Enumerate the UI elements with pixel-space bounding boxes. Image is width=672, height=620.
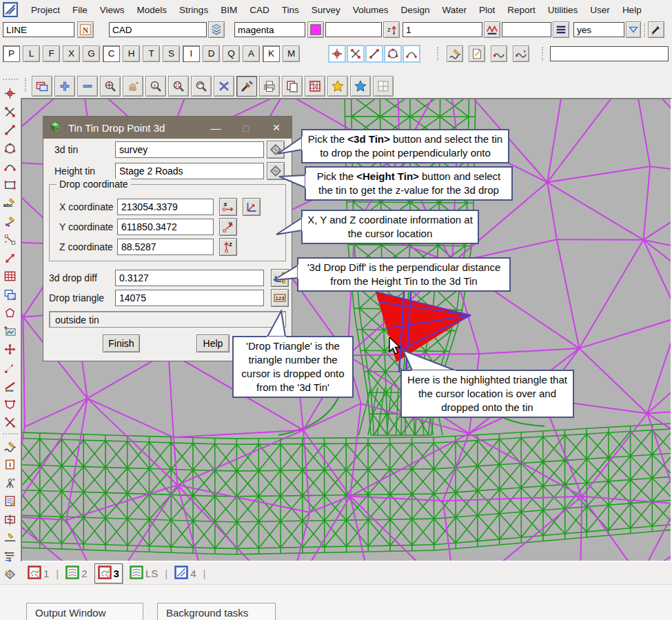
copy-view-icon[interactable] — [282, 76, 303, 97]
y-coord-icon[interactable]: y — [219, 218, 237, 236]
mode-button-x[interactable]: X — [63, 46, 80, 62]
output-window-panel[interactable]: Output Window — [26, 603, 143, 620]
polygon-shield-icon[interactable] — [2, 397, 18, 412]
add-icon[interactable] — [54, 76, 75, 97]
remove-icon[interactable] — [77, 76, 98, 97]
zoom-previous-icon[interactable] — [191, 76, 212, 97]
drop-point-icon[interactable] — [2, 360, 18, 376]
menu-item-utilities[interactable]: Utilities — [542, 5, 584, 15]
page-edit-icon[interactable] — [469, 46, 485, 62]
picker-pen-icon[interactable] — [648, 21, 664, 38]
tin3d-input[interactable] — [115, 141, 264, 158]
help-button[interactable]: Help — [196, 334, 230, 352]
x-coordinate-input[interactable] — [117, 199, 214, 215]
name-box-button[interactable]: N — [77, 21, 94, 38]
mode-button-f[interactable]: F — [43, 46, 60, 62]
mode-button-h[interactable]: H — [123, 46, 140, 62]
recent-icon[interactable] — [350, 76, 371, 97]
string-red-icon[interactable] — [491, 46, 507, 62]
menu-item-file[interactable]: File — [66, 5, 94, 15]
menu-item-strings[interactable]: Strings — [173, 5, 214, 15]
menu-item-report[interactable]: Report — [501, 5, 542, 15]
menu-item-tins[interactable]: Tins — [276, 5, 305, 15]
mode-button-l[interactable]: L — [23, 46, 40, 62]
colour-line-icon[interactable] — [2, 378, 18, 394]
measure-icon[interactable] — [2, 250, 18, 266]
colour-input[interactable] — [234, 22, 305, 37]
table-icon[interactable] — [2, 268, 18, 284]
mode-button-s[interactable]: S — [163, 46, 180, 62]
view-tab-3[interactable]: 3 — [94, 563, 123, 583]
menu-item-help[interactable]: Help — [616, 5, 648, 15]
fit-brush-icon[interactable] — [236, 76, 257, 97]
model-stack-icon[interactable] — [208, 21, 225, 38]
point-snap-icon[interactable] — [328, 45, 346, 63]
drop-triangle-input[interactable] — [115, 290, 264, 306]
text-tool-icon[interactable]: abc — [2, 195, 18, 211]
freehand-icon[interactable] — [2, 439, 18, 454]
circle-snap-icon[interactable] — [2, 141, 18, 157]
menu-item-volumes[interactable]: Volumes — [347, 5, 395, 15]
mode-button-i[interactable]: I — [183, 46, 200, 62]
translate-icon[interactable] — [2, 341, 18, 357]
zoom-icon[interactable]: ± — [145, 76, 166, 97]
mode-button-d[interactable]: D — [203, 46, 220, 62]
y-coordinate-input[interactable] — [117, 219, 214, 235]
linestyle-bars-icon[interactable] — [553, 21, 569, 38]
view-tab-ls[interactable]: LS — [127, 564, 161, 583]
height-tin-pick-button[interactable] — [267, 162, 285, 180]
model-input[interactable] — [109, 22, 207, 37]
copy-window-icon[interactable] — [2, 287, 18, 303]
new-view-icon[interactable] — [32, 76, 52, 97]
command-input[interactable] — [550, 46, 669, 61]
weight-input[interactable] — [403, 22, 482, 37]
delete-views-icon[interactable] — [214, 76, 234, 97]
height-z-icon[interactable]: z — [383, 21, 400, 38]
view-tab-4[interactable]: 4 — [172, 564, 198, 583]
string-purple-icon[interactable] — [513, 46, 529, 62]
profile-edit-icon[interactable] — [2, 530, 18, 546]
menu-item-bim[interactable]: BIM — [214, 5, 243, 15]
menu-item-user[interactable]: User — [584, 5, 616, 15]
arc-snap-icon[interactable] — [403, 45, 420, 63]
close-button[interactable]: × — [261, 121, 292, 135]
linestyle-input[interactable] — [502, 22, 551, 37]
view-tab-1[interactable]: 1 — [25, 564, 52, 583]
segment-snap-icon[interactable] — [365, 45, 383, 63]
background-tasks-panel[interactable]: Background tasks — [157, 603, 276, 620]
x-coord-icon[interactable]: x — [219, 198, 237, 216]
menu-item-design[interactable]: Design — [395, 5, 436, 15]
z-coordinate-input[interactable] — [117, 239, 214, 255]
rectangle-tool-icon[interactable] — [2, 177, 18, 193]
project-menu-icon[interactable] — [305, 76, 325, 97]
image-insert-icon[interactable] — [2, 323, 18, 339]
mode-button-q[interactable]: Q — [223, 46, 240, 62]
template-list-icon[interactable] — [2, 548, 18, 564]
point-snap-icon[interactable] — [2, 86, 18, 101]
favourites-icon[interactable] — [327, 76, 348, 97]
segment-snap-icon[interactable] — [2, 122, 18, 138]
menu-item-survey[interactable]: Survey — [305, 5, 347, 15]
section-flip-icon[interactable] — [2, 512, 18, 528]
number-pick-icon[interactable]: 123 — [271, 289, 289, 307]
cad-text-input[interactable] — [3, 22, 74, 37]
weight-zigzag-icon[interactable] — [484, 21, 500, 38]
tin-contour-icon[interactable] — [2, 566, 18, 582]
mode-button-t[interactable]: T — [143, 46, 160, 62]
point-connect-icon[interactable] — [2, 232, 18, 248]
menu-item-views[interactable]: Views — [94, 5, 131, 15]
menu-item-plot[interactable]: Plot — [473, 5, 501, 15]
mode-button-m[interactable]: M — [283, 46, 300, 62]
height-input[interactable] — [325, 22, 382, 37]
mode-button-g[interactable]: G — [83, 46, 100, 62]
view-tab-2[interactable]: 2 — [63, 564, 90, 583]
shrink-icon[interactable] — [168, 76, 189, 97]
mode-button-c[interactable]: C — [103, 46, 120, 62]
menu-item-cad[interactable]: CAD — [243, 5, 276, 15]
arc-snap-icon[interactable] — [2, 159, 18, 174]
interface-info-icon[interactable]: I — [2, 457, 18, 472]
tin3d-pick-button[interactable] — [267, 141, 285, 159]
delete-point-icon[interactable] — [2, 414, 18, 430]
colour-swatch[interactable] — [307, 21, 324, 38]
mode-button-k[interactable]: K — [263, 46, 280, 62]
